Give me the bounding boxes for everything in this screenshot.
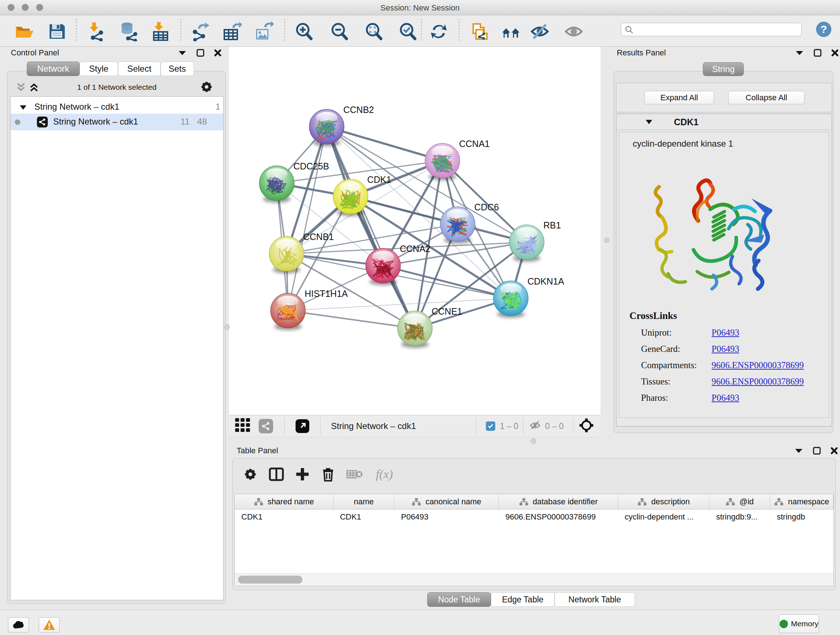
import-network-database-icon[interactable] [119,22,139,41]
tab-edge-table[interactable]: Edge Table [491,592,554,607]
network-canvas[interactable]: CCNB2CCNA1CDC25BCDK1CDC6RB1CCNB1CCNA2CDK… [229,47,600,415]
search-field[interactable] [621,23,802,36]
right-splitter-handle[interactable] [604,238,609,243]
float-panel-icon[interactable] [795,49,804,57]
scrollbar-thumb[interactable] [238,576,302,584]
column-header-label: description [651,497,690,507]
network-node-CCNA2[interactable]: CCNA2 [366,244,431,285]
help-button[interactable]: ? [816,22,831,37]
zoom-selected-icon[interactable] [398,22,417,41]
crosslink-label: Tissues: [641,377,712,386]
crosslink-label: GeneCard: [641,344,712,354]
tab-sets[interactable]: Sets [161,62,194,76]
network-node-CDC6[interactable]: CDC6 [440,202,499,244]
close-panel-icon[interactable] [831,49,839,57]
maximize-panel-icon[interactable] [813,447,821,455]
protein-section-header[interactable]: CDK1 [616,114,832,130]
zoom-out-icon[interactable] [330,22,349,41]
birdseye-icon[interactable] [578,417,594,435]
network-type-icon [37,117,48,127]
crosslink-value[interactable]: P06493 [712,328,739,338]
tab-network-table[interactable]: Network Table [554,592,635,607]
grid-mode-icon[interactable] [235,418,252,434]
function-builder-icon: f(x) [376,467,393,481]
tab-network[interactable]: Network [27,62,80,76]
import-table-file-icon[interactable] [151,22,171,41]
copy-style-icon[interactable] [470,22,490,41]
bottom-splitter-handle[interactable] [531,439,536,444]
export-image-icon[interactable] [254,22,273,41]
network-view-mode-icon[interactable] [259,419,273,433]
crosslink-row: Pharos: P06493 [641,393,826,403]
column-header-description[interactable]: description [618,494,710,509]
network-graph[interactable]: CCNB2CCNA1CDC25BCDK1CDC6RB1CCNB1CCNA2CDK… [229,47,600,415]
table-options-gear-icon[interactable] [243,467,258,482]
expand-all-button[interactable]: Expand All [644,91,714,104]
network-collection-count: 1 [206,102,220,112]
tab-style[interactable]: Style [80,62,118,76]
tree-expander-icon[interactable] [19,104,27,111]
warning-icon [43,619,55,630]
zoom-fit-icon[interactable] [364,22,384,41]
network-node-CDK1[interactable]: CDK1 [333,174,392,216]
detach-view-icon[interactable] [295,419,309,433]
close-panel-icon[interactable] [830,447,838,455]
network-node-CCNE1[interactable]: CCNE1 [398,306,462,348]
delete-column-icon[interactable] [321,467,335,482]
network-collection-label: String Network – cdk1 [34,102,119,112]
show-columns-icon[interactable] [269,467,284,482]
cloud-status-button[interactable] [8,617,29,632]
tab-string[interactable]: String [703,62,744,76]
network-collection-row[interactable]: String Network – cdk1 1 [11,101,223,114]
zoom-in-icon[interactable] [294,22,314,41]
network-node-RB1[interactable]: RB1 [509,220,561,262]
column-header-name[interactable]: name [333,494,395,509]
maximize-panel-icon[interactable] [196,49,204,57]
tab-node-table[interactable]: Node Table [427,592,491,607]
crosslink-value[interactable]: P06493 [712,344,739,354]
float-panel-icon[interactable] [794,447,804,454]
tab-select[interactable]: Select [118,62,161,76]
float-panel-icon[interactable] [178,49,187,57]
warnings-button[interactable] [39,617,60,632]
column-header-namespace[interactable]: namespace [770,494,834,509]
open-file-icon[interactable] [14,22,34,41]
network-options-gear-icon[interactable] [199,80,214,96]
network-edge[interactable] [327,127,442,161]
memory-button[interactable]: Memory [779,614,819,633]
network-edge[interactable] [288,127,327,310]
node-label: CCNE1 [431,306,462,317]
export-table-icon[interactable] [222,22,242,41]
table-row[interactable]: CDK1CDK1P064939606.ENSP00000378699cyclin… [235,509,834,524]
crosslink-value[interactable]: 9606.ENSP00000378699 [712,360,804,371]
hide-selected-icon[interactable] [530,22,549,41]
column-header-@id[interactable]: @id [709,494,770,509]
network-edge[interactable] [288,310,415,328]
import-network-file-icon[interactable] [87,22,107,41]
cloud-icon [12,621,25,629]
save-session-icon[interactable] [47,22,66,41]
collapse-all-button[interactable]: Collapse All [728,91,805,104]
crosslink-value[interactable]: 9606.ENSP00000378699 [712,377,804,386]
left-splitter-handle[interactable] [224,325,230,330]
maximize-panel-icon[interactable] [813,49,821,57]
apply-layout-icon[interactable] [429,22,448,41]
export-network-icon[interactable] [191,22,210,41]
close-panel-icon[interactable] [214,49,222,57]
search-input[interactable] [636,25,798,34]
column-header-canonical-name[interactable]: canonical name [394,494,499,509]
network-node-CCNB2[interactable]: CCNB2 [309,105,374,146]
crosslink-value[interactable]: P06493 [712,393,739,403]
column-header-database-identifier[interactable]: database identifier [499,494,618,509]
selected-checkbox-icon[interactable] [486,421,495,431]
network-node-CDKN1A[interactable]: CDKN1A [493,276,564,318]
column-header-shared-name[interactable]: shared name [235,494,333,509]
show-all-icon[interactable] [564,22,584,41]
add-column-icon[interactable] [295,467,310,482]
first-neighbors-icon[interactable] [501,22,521,41]
network-selection-status: 1 of 1 Network selected [8,83,226,92]
network-node-CCNB1[interactable]: CCNB1 [269,232,334,273]
table-horizontal-scrollbar[interactable] [235,573,834,586]
network-row[interactable]: String Network – cdk1 11 48 [11,114,223,130]
protein-name: CDK1 [650,117,722,127]
